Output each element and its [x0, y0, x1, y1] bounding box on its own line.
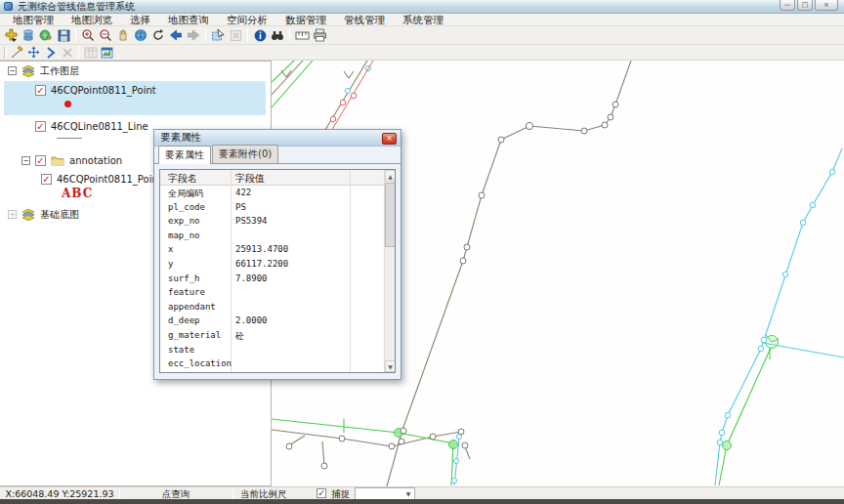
- back-button[interactable]: [167, 26, 185, 44]
- menu-bar: 地图管理 地图浏览 选择 地图查询 空间分析 数据管理 管线管理 系统管理: [0, 14, 844, 26]
- menu-item-data-management[interactable]: 数据管理: [276, 14, 335, 26]
- add-data-button[interactable]: [2, 26, 20, 44]
- status-divider: [119, 488, 120, 499]
- measure-button[interactable]: [293, 26, 311, 44]
- table-row[interactable]: x25913.4700: [160, 242, 384, 257]
- collapse-icon[interactable]: −: [21, 156, 30, 165]
- table-grid-icon: [84, 47, 98, 59]
- refresh-button[interactable]: [149, 26, 167, 44]
- tab-feature-attributes[interactable]: 要素属性: [158, 146, 211, 164]
- toolbar-grip[interactable]: [4, 47, 7, 59]
- menu-item-spatial-analysis[interactable]: 空间分析: [218, 14, 276, 26]
- clear-selection-button[interactable]: [227, 26, 244, 44]
- database-button[interactable]: [20, 26, 37, 44]
- scrollbar-thumb[interactable]: [385, 183, 396, 247]
- forward-button[interactable]: [185, 26, 202, 44]
- dialog-close-button[interactable]: ×: [382, 133, 397, 145]
- dialog-title: 要素属性: [160, 131, 201, 145]
- table-row[interactable]: y66117.2200: [160, 257, 384, 272]
- table-row[interactable]: feature: [160, 285, 384, 300]
- move-feature-button[interactable]: [25, 45, 42, 60]
- move-arrows-icon: [27, 46, 40, 59]
- export-data-button[interactable]: [37, 26, 55, 44]
- vertical-scrollbar[interactable]: ▲ ▼: [384, 170, 395, 372]
- scroll-down-arrow[interactable]: ▼: [385, 360, 396, 372]
- point-layer-checkbox[interactable]: ✓: [35, 85, 46, 96]
- layer-group-icon: [21, 65, 35, 77]
- field-name: feature: [168, 287, 205, 297]
- menu-item-map-management[interactable]: 地图管理: [4, 14, 63, 26]
- field-name: x: [168, 244, 173, 254]
- close-button[interactable]: ×: [815, 0, 838, 11]
- save-icon: [58, 29, 70, 42]
- menu-item-system-management[interactable]: 系统管理: [394, 14, 452, 26]
- field-name: pl_code: [168, 202, 205, 212]
- binoculars-icon: [271, 28, 284, 42]
- label-layer-checkbox[interactable]: ✓: [41, 174, 52, 185]
- forward-arrow-icon: [187, 28, 200, 42]
- table-row[interactable]: surf_h7.8900: [160, 272, 384, 286]
- chevron-down-icon[interactable]: ▼: [402, 488, 414, 499]
- table-row[interactable]: map_no: [160, 229, 384, 243]
- app-icon: [4, 2, 13, 11]
- collapse-icon[interactable]: −: [8, 66, 17, 75]
- annotation-checkbox[interactable]: ✓: [35, 155, 46, 166]
- attribute-table: 字段名 字段值 全局编码422 pl_codePS exp_noPS5394 m…: [159, 169, 396, 373]
- save-button[interactable]: [55, 26, 72, 44]
- image-chart-icon: [101, 47, 113, 59]
- zoom-in-button[interactable]: [79, 26, 97, 44]
- tree-node-point-layer[interactable]: ✓ 46CQPoint0811_Point: [35, 84, 156, 97]
- select-features-button[interactable]: [209, 26, 227, 44]
- field-name: y: [168, 259, 173, 269]
- identify-icon: [254, 29, 267, 42]
- zoom-out-icon: [99, 28, 112, 42]
- tree-node-annotation-group[interactable]: − ✓ annotation: [21, 154, 122, 167]
- refresh-icon: [151, 28, 165, 42]
- line-layer-checkbox[interactable]: ✓: [35, 121, 46, 132]
- find-button[interactable]: [269, 26, 286, 44]
- pan-button[interactable]: [114, 26, 132, 44]
- delete-button[interactable]: [59, 45, 75, 60]
- pipeline-cyan-lines: [454, 148, 844, 485]
- menu-item-map-browse[interactable]: 地图浏览: [63, 14, 121, 26]
- table-row[interactable]: exp_noPS5394: [160, 214, 384, 229]
- print-button[interactable]: [311, 26, 328, 44]
- dialog-tab-strip: 要素属性 要素附件(0): [154, 147, 401, 164]
- field-name: surf_h: [168, 273, 200, 283]
- tree-node-basemap[interactable]: + 基础底图: [8, 208, 79, 221]
- point-layer-label: 46CQPoint0811_Point: [51, 85, 156, 96]
- menu-item-map-query[interactable]: 地图查询: [159, 14, 218, 26]
- minimize-button[interactable]: —: [780, 0, 795, 11]
- snap-checkbox[interactable]: ✓: [316, 488, 326, 498]
- next-select-button[interactable]: [42, 45, 59, 60]
- zoom-out-button[interactable]: [97, 26, 114, 44]
- identify-button[interactable]: [251, 26, 269, 44]
- feature-attributes-dialog: 要素属性 × 要素属性 要素附件(0) 字段名 字段值 全局编码422 pl_c…: [153, 129, 401, 380]
- table-row[interactable]: appendant: [160, 300, 384, 315]
- scroll-up-arrow[interactable]: ▲: [385, 170, 396, 182]
- menu-item-select[interactable]: 选择: [121, 14, 159, 26]
- table-row[interactable]: d_deep2.0000: [160, 314, 384, 328]
- status-bar: X:66048.49 Y:25921.93 点查询 当前比例尺 1:23165 …: [0, 486, 844, 499]
- title-bar: 元测综合管线信息管理系统 — □ ×: [0, 0, 844, 14]
- image-chart-button[interactable]: [99, 45, 115, 60]
- maximize-button[interactable]: □: [797, 0, 813, 11]
- clear-selection-icon: [230, 29, 242, 42]
- field-value: PS: [235, 202, 246, 212]
- table-row[interactable]: state: [160, 343, 384, 357]
- full-extent-button[interactable]: [132, 26, 149, 44]
- expand-icon[interactable]: +: [8, 210, 17, 219]
- sketch-button[interactable]: [9, 45, 25, 60]
- table-row[interactable]: ecc_location: [160, 357, 384, 371]
- printer-icon: [313, 28, 327, 42]
- menu-item-pipeline-management[interactable]: 管线管理: [335, 14, 394, 26]
- table-row[interactable]: pl_codePS: [160, 200, 384, 215]
- tree-node-working-layers[interactable]: − 工作图层: [8, 64, 79, 77]
- field-name: state: [168, 345, 194, 355]
- tree-node-line-layer[interactable]: ✓ 46CQLine0811_Line: [35, 120, 148, 133]
- table-row[interactable]: g_material砼: [160, 328, 384, 343]
- attribute-table-button[interactable]: [82, 45, 99, 60]
- database-icon: [21, 28, 35, 42]
- tab-feature-attachments[interactable]: 要素附件(0): [212, 145, 278, 163]
- table-row[interactable]: 全局编码422: [160, 186, 384, 200]
